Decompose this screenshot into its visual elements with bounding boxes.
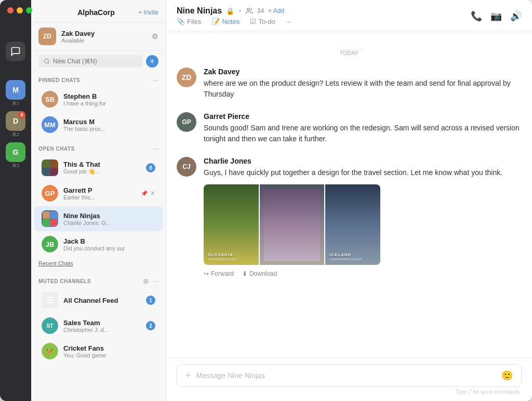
forward-button[interactable]: ↪ Forward bbox=[204, 270, 234, 277]
garret-pierce-message-text: Sounds good! Sam and Irene are working o… bbox=[204, 123, 522, 144]
marcus-m-avatar: MM bbox=[42, 116, 58, 133]
chat-title-section: Nine Ninjas 🔒 • 34 + Add 📎 Files 📝 Notes bbox=[177, 6, 291, 25]
stephen-b-avatar: SB bbox=[42, 91, 58, 108]
image-actions: ↪ Forward ⬇ Download bbox=[204, 270, 522, 277]
files-icon: 📎 bbox=[177, 18, 185, 25]
search-input[interactable] bbox=[53, 58, 138, 65]
garret-pierce-message-header: Garret Pierce bbox=[204, 112, 522, 121]
cricket-fans-info: Cricket Fans You: Good game bbox=[63, 344, 155, 358]
workspace-g-label: ⌘3 bbox=[12, 163, 19, 168]
date-divider-text: TODAY bbox=[335, 49, 364, 56]
muted-channel-cricket-fans[interactable]: 🏏 Cricket Fans You: Good game bbox=[34, 339, 163, 364]
search-input-wrapper[interactable] bbox=[38, 55, 143, 68]
message-input[interactable] bbox=[196, 371, 496, 380]
recent-chats-link[interactable]: Recent Chats bbox=[31, 257, 166, 270]
notes-label: Notes bbox=[222, 18, 240, 25]
maximize-window-button[interactable] bbox=[26, 7, 32, 14]
current-user-avatar: ZD bbox=[38, 28, 56, 45]
open-chats-section-header: OPEN CHATS ··· bbox=[31, 140, 166, 155]
sidebar-item-workspace-m[interactable]: M bbox=[6, 80, 25, 100]
svg-point-0 bbox=[45, 59, 49, 63]
open-chat-nine-ninjas[interactable]: Nine Ninjas Charlie Jones: G... bbox=[34, 206, 163, 231]
zak-davey-message-header: Zak Davey bbox=[204, 68, 522, 76]
nine-ninjas-name: Nine Ninjas bbox=[63, 212, 155, 220]
travel-label-iceland: ICELAND bbox=[329, 252, 376, 257]
sidebar-item-workspace-g[interactable]: G bbox=[6, 142, 25, 162]
zak-davey-author: Zak Davey bbox=[204, 68, 240, 76]
garrett-p-preview: Earlier this... bbox=[63, 194, 136, 200]
separator: • bbox=[238, 6, 242, 16]
muted-channels-menu-icon[interactable]: ··· bbox=[152, 277, 158, 285]
jack-b-name: Jack B bbox=[63, 237, 155, 245]
icon-rail: M ⌘1 D ⌘2 8 G ⌘3 bbox=[0, 0, 31, 401]
date-divider: TODAY bbox=[177, 48, 522, 57]
jack-b-avatar: JB bbox=[42, 236, 58, 252]
settings-icon[interactable]: ⚙ bbox=[152, 32, 158, 41]
chat-actions: 📞 📷 🔊 bbox=[471, 10, 522, 22]
nine-ninjas-info: Nine Ninjas Charlie Jones: G... bbox=[63, 212, 155, 226]
muted-channel-all-feed[interactable]: ☰ All Channel Feed 1 bbox=[34, 288, 163, 313]
chat-top-bar: Nine Ninjas 🔒 • 34 + Add 📎 Files 📝 Notes bbox=[166, 0, 532, 32]
this-and-that-meta: 8 bbox=[146, 163, 155, 172]
tab-notes[interactable]: 📝 Notes bbox=[211, 18, 240, 25]
download-icon: ⬇ bbox=[242, 270, 247, 277]
emoji-icon[interactable]: 🙂 bbox=[501, 370, 513, 381]
volume-icon[interactable]: 🔊 bbox=[510, 10, 522, 22]
garrett-p-name: Garrett P bbox=[63, 186, 136, 194]
invite-button[interactable]: + Invite bbox=[138, 9, 158, 16]
garret-pierce-author: Garret Pierce bbox=[204, 112, 249, 121]
new-chat-button[interactable]: + bbox=[146, 55, 158, 68]
all-channel-feed-info: All Channel Feed bbox=[63, 297, 141, 304]
sales-team-preview: Christopher J: d... bbox=[63, 327, 141, 333]
cricket-fans-preview: You: Good game bbox=[63, 352, 155, 358]
tab-files[interactable]: 📎 Files bbox=[177, 18, 201, 25]
open-chat-this-and-that[interactable]: This & That Good job 👋... 8 bbox=[34, 155, 163, 180]
this-and-that-info: This & That Good job 👋... bbox=[63, 161, 141, 175]
workspace-m-label: ⌘1 bbox=[12, 101, 19, 106]
travel-panel-slovakia: SLOVAKIA TATRA MOUNTAINS bbox=[204, 184, 259, 265]
search-bar: + bbox=[31, 51, 166, 72]
current-user-name: Zak Davey bbox=[61, 30, 147, 37]
charlie-jones-message-text: Guys, I have quickly put together a desi… bbox=[204, 167, 522, 178]
add-members-button[interactable]: + Add bbox=[268, 7, 284, 15]
pinned-chats-section-header: PINNED CHATS ··· bbox=[31, 72, 166, 86]
sidebar-item-chat[interactable] bbox=[6, 42, 25, 61]
video-icon[interactable]: 📷 bbox=[490, 10, 502, 22]
jack-b-preview: Did you conduct any sur bbox=[63, 245, 155, 251]
phone-icon[interactable]: 📞 bbox=[471, 10, 482, 22]
workspace-d-badge: 8 bbox=[18, 111, 25, 118]
marcus-m-info: Marcus M The basic proc... bbox=[63, 118, 155, 132]
tab-more[interactable]: ··· bbox=[286, 18, 291, 25]
zak-davey-message-text: where are we on the product design? Lets… bbox=[204, 78, 522, 100]
garrett-p-close-icon[interactable]: ✕ bbox=[150, 190, 155, 197]
all-channel-feed-avatar: ☰ bbox=[42, 292, 58, 309]
marcus-m-preview: The basic proc... bbox=[63, 126, 155, 132]
pinned-chats-menu-icon[interactable]: ··· bbox=[152, 76, 158, 84]
sales-team-avatar: ST bbox=[42, 317, 58, 334]
chat-tabs: 📎 Files 📝 Notes ☑ To-do ··· bbox=[177, 18, 291, 25]
quick-command-hint: Type '/' for quick commands bbox=[177, 389, 522, 395]
add-attachment-icon[interactable]: + bbox=[185, 370, 191, 381]
muted-channels-settings-icon[interactable]: ⊕ bbox=[143, 277, 149, 285]
marcus-m-name: Marcus M bbox=[63, 118, 155, 126]
zak-davey-message-content: Zak Davey where are we on the product de… bbox=[204, 68, 522, 100]
open-chat-garrett-p[interactable]: GP Garrett P Earlier this... 📌 ✕ bbox=[34, 181, 163, 206]
pinned-chat-stephen-b[interactable]: SB Stephen B I have a thing for bbox=[34, 87, 163, 112]
download-button[interactable]: ⬇ Download bbox=[242, 270, 277, 277]
open-chat-jack-b[interactable]: JB Jack B Did you conduct any sur bbox=[34, 232, 163, 257]
tab-todo[interactable]: ☑ To-do bbox=[250, 18, 275, 25]
message-input-wrapper: + 🙂 bbox=[177, 364, 522, 387]
channel-list: AlphaCorp + Invite ZD Zak Davey Availabl… bbox=[31, 0, 166, 401]
travel-image-attachment: SLOVAKIA TATRA MOUNTAINS ICELAND LANDMAN… bbox=[204, 184, 380, 265]
svg-point-1 bbox=[247, 8, 250, 11]
channel-header: AlphaCorp + Invite bbox=[31, 0, 166, 22]
company-name: AlphaCorp bbox=[77, 8, 115, 17]
minimize-window-button[interactable] bbox=[17, 7, 23, 14]
this-and-that-preview: Good job 👋... bbox=[63, 168, 141, 175]
open-chats-menu-icon[interactable]: ··· bbox=[152, 144, 158, 153]
close-window-button[interactable] bbox=[7, 7, 14, 14]
sales-team-name: Sales Team bbox=[63, 319, 141, 327]
muted-channel-sales-team[interactable]: ST Sales Team Christopher J: d... 2 bbox=[34, 313, 163, 338]
stephen-b-name: Stephen B bbox=[63, 92, 155, 100]
pinned-chat-marcus-m[interactable]: MM Marcus M The basic proc... bbox=[34, 112, 163, 137]
